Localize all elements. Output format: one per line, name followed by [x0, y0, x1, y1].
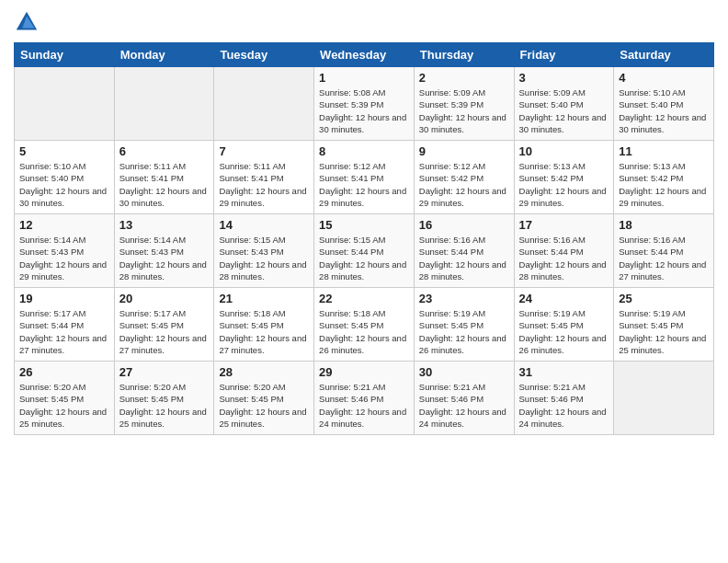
calendar-cell: 31Sunrise: 5:21 AMSunset: 5:46 PMDayligh…: [514, 362, 614, 435]
day-number: 14: [219, 218, 309, 232]
calendar-cell: 25Sunrise: 5:19 AMSunset: 5:45 PMDayligh…: [614, 288, 714, 362]
calendar-cell: 2Sunrise: 5:09 AMSunset: 5:39 PMDaylight…: [414, 67, 514, 141]
calendar-cell: 16Sunrise: 5:16 AMSunset: 5:44 PMDayligh…: [414, 214, 514, 288]
day-info: Sunrise: 5:18 AMSunset: 5:45 PMDaylight:…: [219, 307, 309, 356]
day-number: 16: [419, 218, 509, 232]
calendar-header-row: SundayMondayTuesdayWednesdayThursdayFrid…: [15, 43, 714, 67]
calendar-week-4: 19Sunrise: 5:17 AMSunset: 5:44 PMDayligh…: [15, 288, 714, 362]
day-number: 7: [219, 144, 309, 158]
calendar-cell: 8Sunrise: 5:12 AMSunset: 5:41 PMDaylight…: [314, 141, 415, 214]
day-header-wednesday: Wednesday: [314, 43, 415, 67]
day-number: 18: [619, 218, 709, 232]
page-container: SundayMondayTuesdayWednesdayThursdayFrid…: [0, 0, 728, 444]
day-number: 4: [619, 71, 709, 85]
day-info: Sunrise: 5:20 AMSunset: 5:45 PMDaylight:…: [119, 381, 210, 430]
day-number: 13: [119, 218, 210, 232]
day-info: Sunrise: 5:18 AMSunset: 5:45 PMDaylight:…: [319, 307, 409, 356]
day-info: Sunrise: 5:11 AMSunset: 5:41 PMDaylight:…: [119, 160, 210, 209]
day-info: Sunrise: 5:12 AMSunset: 5:42 PMDaylight:…: [419, 160, 509, 209]
calendar-cell: 27Sunrise: 5:20 AMSunset: 5:45 PMDayligh…: [114, 362, 214, 435]
day-number: 2: [419, 71, 509, 85]
day-number: 24: [519, 292, 609, 305]
calendar-cell: 22Sunrise: 5:18 AMSunset: 5:45 PMDayligh…: [314, 288, 415, 362]
calendar-cell: 12Sunrise: 5:14 AMSunset: 5:43 PMDayligh…: [15, 214, 115, 288]
day-info: Sunrise: 5:13 AMSunset: 5:42 PMDaylight:…: [619, 160, 709, 209]
day-info: Sunrise: 5:13 AMSunset: 5:42 PMDaylight:…: [519, 160, 609, 209]
day-info: Sunrise: 5:10 AMSunset: 5:40 PMDaylight:…: [619, 86, 709, 135]
calendar-cell: 7Sunrise: 5:11 AMSunset: 5:41 PMDaylight…: [214, 141, 314, 214]
calendar-cell: 9Sunrise: 5:12 AMSunset: 5:42 PMDaylight…: [414, 141, 514, 214]
calendar-cell: 20Sunrise: 5:17 AMSunset: 5:45 PMDayligh…: [114, 288, 214, 362]
calendar-cell: 3Sunrise: 5:09 AMSunset: 5:40 PMDaylight…: [514, 67, 614, 141]
calendar-cell: 21Sunrise: 5:18 AMSunset: 5:45 PMDayligh…: [214, 288, 314, 362]
day-info: Sunrise: 5:20 AMSunset: 5:45 PMDaylight:…: [19, 381, 109, 430]
calendar-cell: 14Sunrise: 5:15 AMSunset: 5:43 PMDayligh…: [214, 214, 314, 288]
day-info: Sunrise: 5:19 AMSunset: 5:45 PMDaylight:…: [619, 307, 709, 356]
day-info: Sunrise: 5:20 AMSunset: 5:45 PMDaylight:…: [219, 381, 309, 430]
day-number: 19: [19, 292, 109, 305]
calendar-cell: 5Sunrise: 5:10 AMSunset: 5:40 PMDaylight…: [15, 141, 115, 214]
calendar-cell: 18Sunrise: 5:16 AMSunset: 5:44 PMDayligh…: [614, 214, 714, 288]
day-number: 15: [319, 218, 409, 232]
calendar-cell: [614, 362, 714, 435]
day-header-saturday: Saturday: [614, 43, 714, 67]
calendar-cell: 26Sunrise: 5:20 AMSunset: 5:45 PMDayligh…: [15, 362, 115, 435]
calendar-cell: 10Sunrise: 5:13 AMSunset: 5:42 PMDayligh…: [514, 141, 614, 214]
day-header-tuesday: Tuesday: [214, 43, 314, 67]
day-number: 27: [119, 365, 210, 379]
calendar-cell: 6Sunrise: 5:11 AMSunset: 5:41 PMDaylight…: [114, 141, 214, 214]
calendar-week-3: 12Sunrise: 5:14 AMSunset: 5:43 PMDayligh…: [15, 214, 714, 288]
calendar-cell: 4Sunrise: 5:10 AMSunset: 5:40 PMDaylight…: [614, 67, 714, 141]
calendar-table: SundayMondayTuesdayWednesdayThursdayFrid…: [14, 42, 714, 435]
calendar-cell: 13Sunrise: 5:14 AMSunset: 5:43 PMDayligh…: [114, 214, 214, 288]
day-info: Sunrise: 5:19 AMSunset: 5:45 PMDaylight:…: [419, 307, 509, 356]
calendar-cell: 29Sunrise: 5:21 AMSunset: 5:46 PMDayligh…: [314, 362, 415, 435]
calendar-week-5: 26Sunrise: 5:20 AMSunset: 5:45 PMDayligh…: [15, 362, 714, 435]
day-info: Sunrise: 5:10 AMSunset: 5:40 PMDaylight:…: [19, 160, 109, 209]
day-info: Sunrise: 5:12 AMSunset: 5:41 PMDaylight:…: [319, 160, 409, 209]
day-number: 11: [619, 144, 709, 158]
calendar-cell: [214, 67, 314, 141]
calendar-week-1: 1Sunrise: 5:08 AMSunset: 5:39 PMDaylight…: [15, 67, 714, 141]
day-info: Sunrise: 5:11 AMSunset: 5:41 PMDaylight:…: [219, 160, 309, 209]
day-info: Sunrise: 5:19 AMSunset: 5:45 PMDaylight:…: [519, 307, 609, 356]
calendar-cell: [15, 67, 115, 141]
calendar-cell: 1Sunrise: 5:08 AMSunset: 5:39 PMDaylight…: [314, 67, 415, 141]
day-info: Sunrise: 5:21 AMSunset: 5:46 PMDaylight:…: [319, 381, 409, 430]
day-number: 30: [419, 365, 509, 379]
day-number: 29: [319, 365, 409, 379]
day-number: 10: [519, 144, 609, 158]
calendar-cell: 19Sunrise: 5:17 AMSunset: 5:44 PMDayligh…: [15, 288, 115, 362]
day-number: 21: [219, 292, 309, 305]
day-info: Sunrise: 5:16 AMSunset: 5:44 PMDaylight:…: [519, 234, 609, 282]
day-header-thursday: Thursday: [414, 43, 514, 67]
day-header-monday: Monday: [114, 43, 214, 67]
calendar-cell: 28Sunrise: 5:20 AMSunset: 5:45 PMDayligh…: [214, 362, 314, 435]
day-info: Sunrise: 5:14 AMSunset: 5:43 PMDaylight:…: [119, 234, 210, 282]
day-info: Sunrise: 5:17 AMSunset: 5:44 PMDaylight:…: [19, 307, 109, 356]
day-info: Sunrise: 5:09 AMSunset: 5:39 PMDaylight:…: [419, 86, 509, 135]
calendar-cell: 23Sunrise: 5:19 AMSunset: 5:45 PMDayligh…: [414, 288, 514, 362]
day-info: Sunrise: 5:15 AMSunset: 5:44 PMDaylight:…: [319, 234, 409, 282]
day-number: 6: [119, 144, 210, 158]
day-number: 20: [119, 292, 210, 305]
day-info: Sunrise: 5:21 AMSunset: 5:46 PMDaylight:…: [419, 381, 509, 430]
day-info: Sunrise: 5:14 AMSunset: 5:43 PMDaylight:…: [19, 234, 109, 282]
day-header-friday: Friday: [514, 43, 614, 67]
day-number: 5: [19, 144, 109, 158]
day-number: 25: [619, 292, 709, 305]
logo: [14, 9, 43, 35]
calendar-cell: 24Sunrise: 5:19 AMSunset: 5:45 PMDayligh…: [514, 288, 614, 362]
day-number: 28: [219, 365, 309, 379]
day-info: Sunrise: 5:17 AMSunset: 5:45 PMDaylight:…: [119, 307, 210, 356]
day-number: 9: [419, 144, 509, 158]
day-number: 12: [19, 218, 109, 232]
day-number: 8: [319, 144, 409, 158]
day-number: 31: [519, 365, 609, 379]
day-header-sunday: Sunday: [15, 43, 115, 67]
day-info: Sunrise: 5:15 AMSunset: 5:43 PMDaylight:…: [219, 234, 309, 282]
day-number: 17: [519, 218, 609, 232]
day-number: 3: [519, 71, 609, 85]
day-info: Sunrise: 5:16 AMSunset: 5:44 PMDaylight:…: [619, 234, 709, 282]
calendar-cell: [114, 67, 214, 141]
